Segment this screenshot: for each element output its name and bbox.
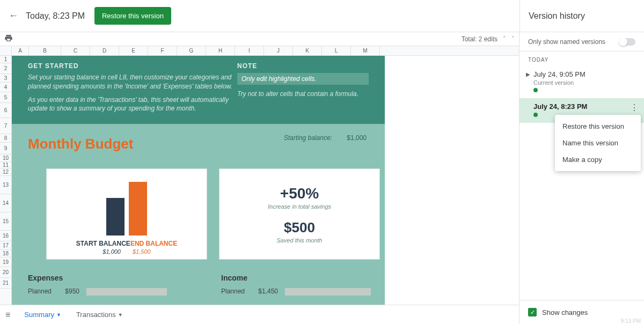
tab-transactions-label: Transactions	[76, 311, 116, 319]
system-time: 9:13 PM	[621, 318, 641, 324]
row-header[interactable]: 4	[0, 83, 11, 92]
menu-name-version[interactable]: Name this version	[555, 135, 641, 151]
tab-caret-icon[interactable]: ▼	[118, 312, 123, 318]
only-named-toggle[interactable]	[619, 38, 635, 46]
end-balance-value: $1,500	[133, 248, 151, 255]
prev-edit-icon[interactable]: ˄	[503, 35, 506, 42]
total-edits-label: Total: 2 edits	[462, 35, 497, 43]
start-balance-value: $1,000	[103, 248, 121, 255]
row-header[interactable]: 14	[0, 194, 11, 212]
get-started-text-2: As you enter data in the 'Transactions' …	[28, 95, 237, 114]
note-title: NOTE	[237, 62, 369, 70]
column-header[interactable]: C	[61, 46, 90, 55]
row-header[interactable]: 16	[0, 231, 11, 241]
show-changes-checkbox[interactable]: ✓	[528, 308, 537, 316]
end-balance-bar	[129, 182, 147, 235]
spreadsheet-area: Total: 2 edits ˄ ˅ 123456789101112131415…	[0, 32, 519, 324]
restore-version-button[interactable]: Restore this version	[94, 7, 171, 25]
tab-caret-icon[interactable]: ▼	[56, 312, 61, 318]
row-header[interactable]: 7	[0, 118, 11, 134]
version-time: July 24, 8:23 PM	[533, 102, 635, 111]
saved-amount-label: Saved this month	[277, 237, 323, 244]
version-item-current[interactable]: ▶ July 24, 9:05 PM Current version	[519, 66, 644, 98]
column-header[interactable]: J	[264, 46, 293, 55]
note-text: Try not to alter cells that contain a fo…	[237, 90, 369, 98]
tab-summary-label: Summary	[24, 311, 54, 319]
column-header[interactable]: G	[177, 46, 206, 55]
note-highlight-box: Only edit highlighted cells.	[237, 73, 369, 85]
version-more-icon[interactable]: ⋮	[630, 102, 639, 113]
savings-summary-card: +50% Increase in total savings $500 Save…	[219, 168, 380, 260]
row-header[interactable]: 11	[0, 162, 11, 168]
print-icon[interactable]	[4, 34, 13, 44]
menu-make-copy[interactable]: Make a copy	[555, 151, 641, 168]
only-named-label: Only show named versions	[528, 38, 605, 46]
all-sheets-icon[interactable]: ≡	[5, 310, 10, 320]
income-highlight-bar	[285, 288, 371, 296]
starting-balance-label: Starting balance:	[284, 134, 332, 142]
row-header[interactable]: 2	[0, 63, 11, 74]
expand-arrow-icon[interactable]: ▶	[526, 71, 530, 77]
row-header[interactable]: 15	[0, 212, 11, 231]
row-header[interactable]: 19	[0, 257, 11, 267]
row-headers: 123456789101112131415161718192021	[0, 46, 12, 305]
row-header[interactable]: 20	[0, 267, 11, 278]
row-header[interactable]: 10	[0, 154, 11, 162]
column-header[interactable]: L	[322, 46, 351, 55]
column-header[interactable]: E	[119, 46, 148, 55]
income-heading: Income	[221, 274, 371, 282]
column-headers: ABCDEFGHIJKLM	[12, 46, 519, 56]
column-header[interactable]: K	[293, 46, 322, 55]
row-header[interactable]: 3	[0, 74, 11, 83]
version-timestamp: Today, 8:23 PM	[26, 11, 85, 21]
row-header[interactable]: 9	[0, 143, 11, 154]
row-header[interactable]: 5	[0, 92, 11, 103]
today-group-label: TODAY	[519, 51, 644, 66]
column-header[interactable]: A	[12, 46, 29, 55]
start-balance-label: START BALANCE	[76, 240, 130, 247]
row-header[interactable]: 12	[0, 168, 11, 176]
show-changes-label: Show changes	[542, 308, 588, 316]
row-header[interactable]: 8	[0, 134, 11, 143]
expenses-planned-value: $950	[65, 288, 79, 295]
row-header[interactable]: 13	[0, 176, 11, 194]
panel-title: Version history	[519, 0, 644, 32]
saved-amount: $500	[284, 219, 315, 236]
row-header[interactable]: 21	[0, 278, 11, 289]
column-header[interactable]: B	[29, 46, 61, 55]
column-header[interactable]: I	[235, 46, 264, 55]
expenses-highlight-bar	[86, 288, 167, 296]
version-time: July 24, 9:05 PM	[533, 70, 635, 78]
row-header[interactable]: 17	[0, 241, 11, 250]
start-balance-bar	[106, 198, 125, 235]
column-header[interactable]: D	[90, 46, 119, 55]
row-header[interactable]: 18	[0, 250, 11, 257]
version-context-menu: Restore this version Name this version M…	[555, 115, 641, 171]
tab-transactions[interactable]: Transactions ▼	[70, 306, 129, 323]
sheet-content[interactable]: GET STARTED Set your starting balance in…	[12, 56, 385, 305]
savings-percent: +50%	[280, 185, 319, 202]
income-planned-label: Planned	[221, 288, 257, 295]
row-header[interactable]: 6	[0, 103, 11, 118]
balance-chart-card: START BALANCEEND BALANCE $1,000$1,500	[46, 168, 207, 260]
income-planned-value: $1,450	[258, 288, 278, 295]
expenses-planned-label: Planned	[28, 288, 63, 295]
get-started-text-1: Set your starting balance in cell L8, th…	[28, 73, 237, 91]
end-balance-label: END BALANCE	[130, 240, 177, 247]
column-header[interactable]: M	[351, 46, 380, 55]
row-header[interactable]: 1	[0, 56, 11, 63]
starting-balance-value[interactable]: $1,000	[347, 134, 367, 142]
author-dot-icon	[533, 113, 538, 117]
back-arrow-icon[interactable]: ←	[9, 10, 18, 21]
savings-percent-label: Increase in total savings	[268, 203, 331, 210]
author-dot-icon	[533, 88, 538, 92]
tab-summary[interactable]: Summary ▼	[18, 306, 68, 323]
version-subtitle: Current version	[533, 79, 635, 86]
expenses-heading: Expenses	[28, 274, 167, 282]
column-header[interactable]: F	[148, 46, 177, 55]
column-header[interactable]: H	[206, 46, 235, 55]
get-started-title: GET STARTED	[28, 62, 237, 70]
version-history-panel: Only show named versions TODAY ▶ July 24…	[519, 32, 644, 324]
next-edit-icon[interactable]: ˅	[511, 35, 515, 42]
menu-restore-version[interactable]: Restore this version	[555, 118, 641, 135]
